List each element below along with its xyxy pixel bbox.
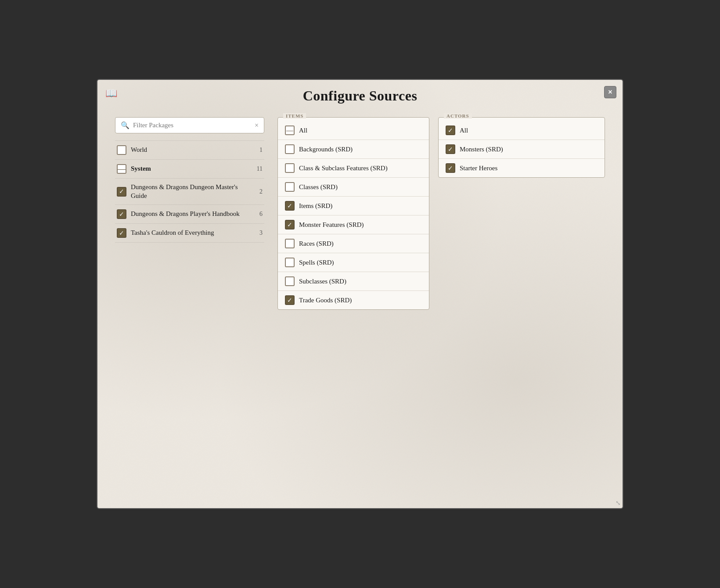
item-checkbox-spells[interactable] <box>285 258 295 267</box>
window-header: 📖 Configure Sources × <box>97 80 623 108</box>
actor-monsters[interactable]: ✓ Monsters (SRD) <box>439 140 605 159</box>
package-checkbox-dmg[interactable]: ✓ <box>117 187 126 197</box>
package-name-phb: Dungeons & Dragons Player's Handbook <box>131 210 255 219</box>
item-checkbox-class-subclass[interactable] <box>285 163 295 173</box>
item-monster-features[interactable]: ✓ Monster Features (SRD) <box>278 215 429 234</box>
item-trade-goods[interactable]: ✓ Trade Goods (SRD) <box>278 291 429 309</box>
item-checkbox-classes[interactable] <box>285 182 295 192</box>
item-label-spells: Spells (SRD) <box>299 259 334 266</box>
package-name-dmg: Dungeons & Dragons Dungeon Master's Guid… <box>131 183 255 200</box>
left-panel: 🔍 × World 1 — System 11 <box>115 117 264 491</box>
package-checkbox-phb[interactable]: ✓ <box>117 209 126 219</box>
search-bar: 🔍 × <box>115 117 264 133</box>
package-count-phb: 6 <box>259 211 263 218</box>
package-item-tasha[interactable]: ✓ Tasha's Cauldron of Everything 3 <box>115 224 264 243</box>
actor-checkbox-monsters[interactable]: ✓ <box>446 144 455 154</box>
items-panel-label: ITEMS <box>283 113 306 118</box>
item-class-subclass[interactable]: Class & Subclass Features (SRD) <box>278 159 429 178</box>
item-spells[interactable]: Spells (SRD) <box>278 253 429 272</box>
package-name-system: System <box>131 165 252 173</box>
package-item-system[interactable]: — System 11 <box>115 160 264 179</box>
package-count-dmg: 2 <box>259 188 263 195</box>
configure-sources-window: 📖 Configure Sources × 🔍 × World 1 — <box>97 79 623 509</box>
resize-handle[interactable]: ⤡ <box>616 500 621 506</box>
actor-checkbox-all[interactable]: ✓ <box>446 125 455 135</box>
package-checkbox-tasha[interactable]: ✓ <box>117 228 126 238</box>
item-label-backgrounds: Backgrounds (SRD) <box>299 146 353 153</box>
search-input[interactable] <box>133 122 251 129</box>
actor-label-starter-heroes: Starter Heroes <box>460 165 497 172</box>
actor-checkbox-starter-heroes[interactable]: ✓ <box>446 163 455 173</box>
package-item-dmg[interactable]: ✓ Dungeons & Dragons Dungeon Master's Gu… <box>115 179 264 205</box>
item-races[interactable]: Races (SRD) <box>278 234 429 253</box>
actor-label-all: All <box>460 127 468 134</box>
window-title: Configure Sources <box>106 88 614 104</box>
item-label-races: Races (SRD) <box>299 240 334 247</box>
package-item-phb[interactable]: ✓ Dungeons & Dragons Player's Handbook 6 <box>115 205 264 224</box>
item-label-trade-goods: Trade Goods (SRD) <box>299 297 352 304</box>
clear-search-icon[interactable]: × <box>255 122 259 129</box>
item-checkbox-subclasses[interactable] <box>285 276 295 286</box>
actors-panel-label: ACTORS <box>444 113 472 118</box>
item-subclasses[interactable]: Subclasses (SRD) <box>278 272 429 291</box>
item-checkbox-backgrounds[interactable] <box>285 144 295 154</box>
item-label-classes: Classes (SRD) <box>299 183 338 191</box>
actors-panel: ACTORS ✓ All ✓ Monsters (SRD) ✓ Starter … <box>438 117 605 491</box>
package-item-world[interactable]: World 1 <box>115 140 264 160</box>
package-count-system: 11 <box>257 165 263 172</box>
item-all[interactable]: — All <box>278 121 429 140</box>
window-body: 🔍 × World 1 — System 11 <box>97 108 623 508</box>
package-list: World 1 — System 11 ✓ Dungeons & Dragons… <box>115 140 264 243</box>
item-items[interactable]: ✓ Items (SRD) <box>278 197 429 215</box>
actor-starter-heroes[interactable]: ✓ Starter Heroes <box>439 159 605 177</box>
package-count-tasha: 3 <box>259 229 263 237</box>
item-label-class-subclass: Class & Subclass Features (SRD) <box>299 165 388 172</box>
item-checkbox-all[interactable]: — <box>285 125 295 135</box>
items-panel-box: ITEMS — All Backgrounds (SRD) Class & Su… <box>277 117 429 310</box>
close-button[interactable]: × <box>604 86 616 98</box>
package-checkbox-world[interactable] <box>117 145 126 155</box>
item-label-monster-features: Monster Features (SRD) <box>299 221 364 229</box>
item-classes[interactable]: Classes (SRD) <box>278 178 429 197</box>
item-checkbox-trade-goods[interactable]: ✓ <box>285 295 295 305</box>
package-checkbox-system[interactable]: — <box>117 164 126 174</box>
items-panel: ITEMS — All Backgrounds (SRD) Class & Su… <box>277 117 429 491</box>
items-list: — All Backgrounds (SRD) Class & Subclass… <box>278 121 429 309</box>
item-checkbox-monster-features[interactable]: ✓ <box>285 220 295 229</box>
item-label-subclasses: Subclasses (SRD) <box>299 278 346 285</box>
actor-all[interactable]: ✓ All <box>439 121 605 140</box>
item-label-items: Items (SRD) <box>299 202 332 210</box>
item-checkbox-items[interactable]: ✓ <box>285 201 295 211</box>
actors-panel-box: ACTORS ✓ All ✓ Monsters (SRD) ✓ Starter … <box>438 117 605 178</box>
book-icon: 📖 <box>105 88 117 99</box>
actor-label-monsters: Monsters (SRD) <box>460 146 503 153</box>
search-icon: 🔍 <box>121 121 130 129</box>
actors-list: ✓ All ✓ Monsters (SRD) ✓ Starter Heroes <box>439 121 605 177</box>
package-name-world: World <box>131 146 255 154</box>
package-name-tasha: Tasha's Cauldron of Everything <box>131 229 255 237</box>
item-backgrounds[interactable]: Backgrounds (SRD) <box>278 140 429 159</box>
item-label-all: All <box>299 127 307 134</box>
item-checkbox-races[interactable] <box>285 239 295 248</box>
package-count-world: 1 <box>259 147 263 154</box>
